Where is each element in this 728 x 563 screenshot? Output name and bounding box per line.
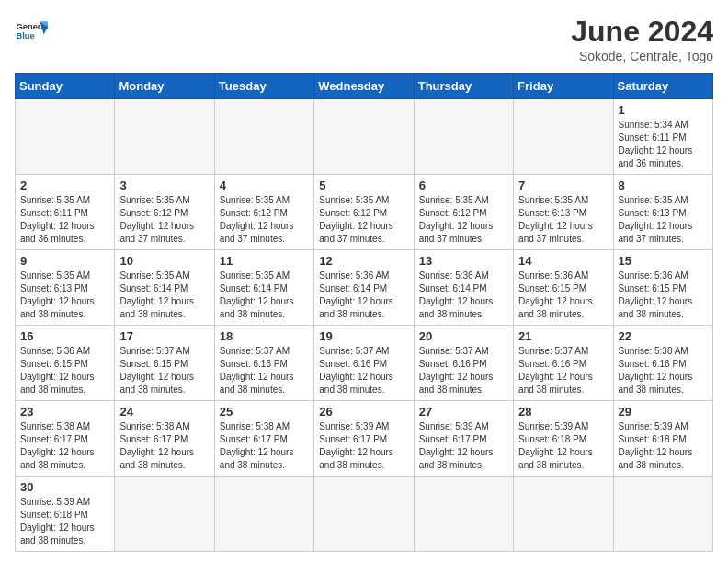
day-header-saturday: Saturday — [613, 74, 712, 99]
day-info: Sunrise: 5:35 AM Sunset: 6:12 PM Dayligh… — [319, 194, 408, 246]
day-info: Sunrise: 5:35 AM Sunset: 6:13 PM Dayligh… — [20, 270, 109, 321]
day-info: Sunrise: 5:36 AM Sunset: 6:15 PM Dayligh… — [20, 345, 109, 396]
calendar-cell — [16, 99, 115, 175]
day-number: 10 — [119, 254, 209, 268]
location-subtitle: Sokode, Centrale, Togo — [571, 49, 713, 63]
calendar-cell: 8Sunrise: 5:35 AM Sunset: 6:13 PM Daylig… — [613, 175, 712, 250]
calendar-cell: 29Sunrise: 5:39 AM Sunset: 6:18 PM Dayli… — [613, 401, 712, 477]
calendar-cell: 10Sunrise: 5:35 AM Sunset: 6:14 PM Dayli… — [115, 250, 214, 326]
day-number: 12 — [319, 254, 408, 268]
calendar-cell: 2Sunrise: 5:35 AM Sunset: 6:11 PM Daylig… — [16, 175, 115, 250]
calendar-cell — [115, 99, 214, 175]
day-info: Sunrise: 5:34 AM Sunset: 6:11 PM Dayligh… — [619, 119, 708, 170]
day-info: Sunrise: 5:38 AM Sunset: 6:17 PM Dayligh… — [220, 420, 309, 472]
calendar-cell — [115, 477, 214, 552]
day-number: 11 — [220, 254, 309, 268]
day-header-wednesday: Wednesday — [314, 74, 414, 99]
calendar-table: SundayMondayTuesdayWednesdayThursdayFrid… — [15, 73, 713, 552]
month-title: June 2024 — [571, 15, 713, 49]
day-info: Sunrise: 5:35 AM Sunset: 6:12 PM Dayligh… — [119, 194, 209, 246]
calendar-week-row: 30Sunrise: 5:39 AM Sunset: 6:18 PM Dayli… — [16, 477, 713, 552]
calendar-cell: 1Sunrise: 5:34 AM Sunset: 6:11 PM Daylig… — [613, 99, 712, 175]
day-number: 28 — [518, 405, 608, 419]
day-info: Sunrise: 5:35 AM Sunset: 6:12 PM Dayligh… — [419, 194, 508, 246]
day-number: 25 — [220, 405, 309, 419]
calendar-cell — [414, 477, 513, 552]
day-number: 6 — [419, 178, 508, 192]
day-number: 22 — [619, 329, 708, 343]
calendar-cell: 26Sunrise: 5:39 AM Sunset: 6:17 PM Dayli… — [314, 401, 414, 477]
day-number: 26 — [319, 405, 408, 419]
calendar-cell: 7Sunrise: 5:35 AM Sunset: 6:13 PM Daylig… — [514, 175, 613, 250]
day-number: 18 — [220, 329, 309, 343]
day-number: 23 — [20, 405, 109, 419]
day-number: 29 — [619, 405, 708, 419]
day-number: 1 — [619, 103, 708, 117]
day-info: Sunrise: 5:36 AM Sunset: 6:15 PM Dayligh… — [518, 270, 608, 321]
calendar-cell — [514, 477, 613, 552]
day-info: Sunrise: 5:38 AM Sunset: 6:16 PM Dayligh… — [619, 345, 708, 396]
calendar-cell — [414, 99, 513, 175]
calendar-cell: 25Sunrise: 5:38 AM Sunset: 6:17 PM Dayli… — [214, 401, 313, 477]
day-number: 7 — [518, 178, 608, 192]
calendar-cell: 11Sunrise: 5:35 AM Sunset: 6:14 PM Dayli… — [214, 250, 313, 326]
calendar-cell: 30Sunrise: 5:39 AM Sunset: 6:18 PM Dayli… — [16, 477, 115, 552]
calendar-cell: 14Sunrise: 5:36 AM Sunset: 6:15 PM Dayli… — [514, 250, 613, 326]
day-header-monday: Monday — [115, 74, 214, 99]
day-header-sunday: Sunday — [16, 74, 115, 99]
calendar-week-row: 9Sunrise: 5:35 AM Sunset: 6:13 PM Daylig… — [16, 250, 713, 326]
day-info: Sunrise: 5:35 AM Sunset: 6:11 PM Dayligh… — [20, 194, 109, 246]
logo: General Blue — [15, 15, 48, 48]
day-info: Sunrise: 5:37 AM Sunset: 6:16 PM Dayligh… — [319, 345, 408, 396]
day-info: Sunrise: 5:39 AM Sunset: 6:18 PM Dayligh… — [518, 420, 608, 472]
calendar-cell: 16Sunrise: 5:36 AM Sunset: 6:15 PM Dayli… — [16, 326, 115, 401]
page-header: General Blue June 2024 Sokode, Centrale,… — [15, 15, 713, 63]
day-info: Sunrise: 5:39 AM Sunset: 6:18 PM Dayligh… — [619, 420, 708, 472]
day-info: Sunrise: 5:35 AM Sunset: 6:13 PM Dayligh… — [518, 194, 608, 246]
day-info: Sunrise: 5:37 AM Sunset: 6:16 PM Dayligh… — [220, 345, 309, 396]
calendar-cell: 21Sunrise: 5:37 AM Sunset: 6:16 PM Dayli… — [514, 326, 613, 401]
day-number: 17 — [119, 329, 209, 343]
day-number: 20 — [419, 329, 508, 343]
day-number: 27 — [419, 405, 508, 419]
day-number: 3 — [119, 178, 209, 192]
svg-text:Blue: Blue — [16, 31, 34, 40]
calendar-cell: 5Sunrise: 5:35 AM Sunset: 6:12 PM Daylig… — [314, 175, 414, 250]
calendar-cell: 15Sunrise: 5:36 AM Sunset: 6:15 PM Dayli… — [613, 250, 712, 326]
logo-icon: General Blue — [15, 15, 48, 48]
day-info: Sunrise: 5:39 AM Sunset: 6:17 PM Dayligh… — [319, 420, 408, 472]
calendar-cell — [514, 99, 613, 175]
calendar-week-row: 16Sunrise: 5:36 AM Sunset: 6:15 PM Dayli… — [16, 326, 713, 401]
day-info: Sunrise: 5:36 AM Sunset: 6:14 PM Dayligh… — [419, 270, 508, 321]
calendar-cell: 20Sunrise: 5:37 AM Sunset: 6:16 PM Dayli… — [414, 326, 513, 401]
day-number: 4 — [220, 178, 309, 192]
calendar-cell: 12Sunrise: 5:36 AM Sunset: 6:14 PM Dayli… — [314, 250, 414, 326]
day-number: 24 — [119, 405, 209, 419]
day-header-friday: Friday — [514, 74, 613, 99]
day-info: Sunrise: 5:35 AM Sunset: 6:14 PM Dayligh… — [119, 270, 209, 321]
day-info: Sunrise: 5:35 AM Sunset: 6:14 PM Dayligh… — [220, 270, 309, 321]
day-info: Sunrise: 5:36 AM Sunset: 6:15 PM Dayligh… — [619, 270, 708, 321]
day-number: 21 — [518, 329, 608, 343]
day-info: Sunrise: 5:35 AM Sunset: 6:13 PM Dayligh… — [619, 194, 708, 246]
calendar-cell: 19Sunrise: 5:37 AM Sunset: 6:16 PM Dayli… — [314, 326, 414, 401]
day-number: 16 — [20, 329, 109, 343]
calendar-cell — [314, 99, 414, 175]
calendar-cell: 24Sunrise: 5:38 AM Sunset: 6:17 PM Dayli… — [115, 401, 214, 477]
calendar-cell: 13Sunrise: 5:36 AM Sunset: 6:14 PM Dayli… — [414, 250, 513, 326]
day-number: 19 — [319, 329, 408, 343]
day-info: Sunrise: 5:37 AM Sunset: 6:16 PM Dayligh… — [419, 345, 508, 396]
calendar-cell: 3Sunrise: 5:35 AM Sunset: 6:12 PM Daylig… — [115, 175, 214, 250]
day-info: Sunrise: 5:38 AM Sunset: 6:17 PM Dayligh… — [20, 420, 109, 472]
day-info: Sunrise: 5:39 AM Sunset: 6:17 PM Dayligh… — [419, 420, 508, 472]
calendar-cell: 6Sunrise: 5:35 AM Sunset: 6:12 PM Daylig… — [414, 175, 513, 250]
calendar-week-row: 2Sunrise: 5:35 AM Sunset: 6:11 PM Daylig… — [16, 175, 713, 250]
day-info: Sunrise: 5:38 AM Sunset: 6:17 PM Dayligh… — [119, 420, 209, 472]
calendar-cell — [314, 477, 414, 552]
calendar-cell: 4Sunrise: 5:35 AM Sunset: 6:12 PM Daylig… — [214, 175, 313, 250]
calendar-week-row: 1Sunrise: 5:34 AM Sunset: 6:11 PM Daylig… — [16, 99, 713, 175]
day-info: Sunrise: 5:36 AM Sunset: 6:14 PM Dayligh… — [319, 270, 408, 321]
day-number: 13 — [419, 254, 508, 268]
day-number: 30 — [20, 480, 109, 494]
day-header-tuesday: Tuesday — [214, 74, 313, 99]
